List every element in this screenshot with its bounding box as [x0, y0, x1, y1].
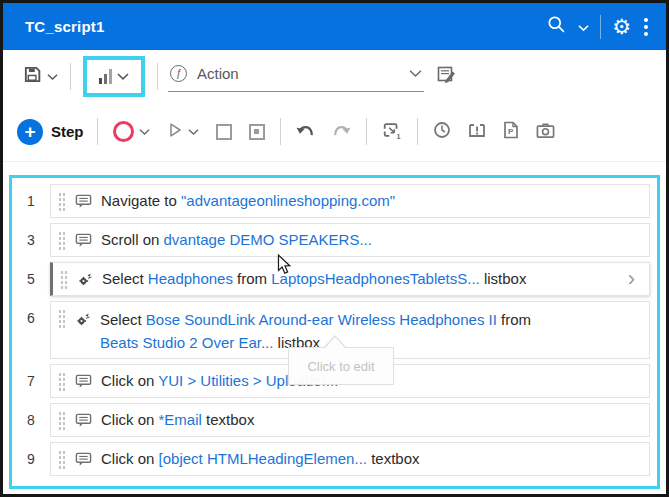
search-icon[interactable] [546, 14, 567, 39]
step-text-segment: Select [100, 311, 146, 328]
record-area-icon [249, 124, 265, 140]
step-box[interactable]: Select Headphones from LaptopsHeadphones… [50, 262, 650, 296]
step-text: Navigate to "advantageonlineshopping.com… [101, 190, 395, 213]
step-link[interactable]: [object HTMLHeadingElemen... [159, 450, 367, 467]
steps-list: 1Navigate to "advantageonlineshopping.co… [12, 184, 657, 476]
toolbar-separator [417, 118, 418, 145]
drag-handle-icon[interactable] [60, 270, 68, 289]
step-text-segment: from [497, 311, 531, 328]
stop-button[interactable] [214, 122, 234, 142]
add-step-label: Step [51, 123, 84, 140]
drag-handle-icon[interactable] [58, 231, 66, 250]
tooltip-text: Click to edit [307, 359, 374, 374]
add-step-button[interactable]: + Step [17, 119, 84, 145]
drag-handle-icon[interactable] [58, 450, 66, 469]
action-dropdown[interactable]: ƒ Action [168, 60, 424, 92]
step-text: Click on [object HTMLHeadingElemen... te… [101, 448, 420, 471]
results-button[interactable] [97, 67, 131, 86]
record-icon [113, 121, 134, 142]
step-text-segment: Select [102, 270, 148, 287]
step-row[interactable]: 3Scroll on dvantage DEMO SPEAKERS... [12, 223, 650, 257]
toolbar-separator [157, 63, 158, 90]
step-row[interactable]: 9Click on [object HTMLHeadingElemen... t… [12, 442, 650, 476]
step-row[interactable]: 5Select Headphones from LaptopsHeadphone… [12, 262, 650, 296]
search-chevron-down-icon[interactable] [578, 18, 589, 36]
step-box[interactable]: Click on *Email textbox [50, 403, 650, 437]
svg-text:P: P [508, 127, 514, 136]
drag-handle-icon[interactable] [58, 372, 66, 391]
edit-document-icon [436, 64, 457, 88]
object-icon[interactable] [75, 312, 91, 327]
wait-button[interactable] [431, 119, 453, 144]
step-row[interactable]: 8Click on *Email textbox [12, 403, 650, 437]
step-number: 3 [12, 223, 50, 257]
checkpoint-button[interactable] [466, 119, 488, 144]
bar-chart-icon [99, 69, 112, 84]
expand-chevron-icon[interactable]: › [628, 268, 639, 290]
clock-icon [433, 121, 451, 142]
step-text-segment: Scroll on [101, 231, 164, 248]
step-link[interactable]: "advantageonlineshopping.com" [181, 192, 395, 209]
step-number: 8 [12, 403, 50, 437]
save-button[interactable] [21, 63, 60, 89]
step-row[interactable]: 1Navigate to "advantageonlineshopping.co… [12, 184, 650, 218]
step-number: 7 [12, 364, 50, 398]
undo-icon [296, 123, 315, 141]
mouse-cursor-icon [277, 254, 291, 279]
script-title: TC_script1 [25, 18, 105, 35]
kebab-menu-icon[interactable] [642, 16, 650, 38]
camera-icon [536, 122, 555, 142]
toolbar-steps: + Step [3, 102, 666, 162]
comment-icon[interactable] [75, 412, 92, 428]
toolbar-separator [97, 118, 98, 145]
step-link[interactable]: Headphones [148, 270, 233, 287]
svg-text:1: 1 [396, 131, 400, 139]
report-page-icon: P [503, 121, 519, 142]
drag-handle-icon[interactable] [58, 192, 66, 211]
capture-object-button[interactable]: 1 [380, 119, 404, 145]
step-box[interactable]: Click on [object HTMLHeadingElemen... te… [50, 442, 650, 476]
drag-handle-icon[interactable] [58, 411, 66, 430]
step-number: 1 [12, 184, 50, 218]
stop-icon [216, 124, 232, 140]
step-box[interactable]: Navigate to "advantageonlineshopping.com… [50, 184, 650, 218]
run-chevron-down-icon [188, 124, 199, 139]
step-link[interactable]: LaptopsHeadphonesTabletsS... [271, 270, 479, 287]
steps-panel: 1Navigate to "advantageonlineshopping.co… [9, 175, 660, 489]
step-number: 6 [12, 301, 50, 359]
step-link[interactable]: *Email [159, 411, 202, 428]
step-text-segment: textbox [202, 411, 255, 428]
record-button[interactable] [111, 119, 152, 144]
checkpoint-icon [468, 121, 486, 142]
comment-icon[interactable] [75, 451, 92, 467]
toolbar-separator [280, 118, 281, 145]
edit-action-button[interactable] [434, 62, 459, 90]
undo-button[interactable] [294, 121, 317, 143]
step-link[interactable]: dvantage DEMO SPEAKERS... [164, 231, 372, 248]
comment-icon[interactable] [75, 232, 92, 248]
toolbar-separator [70, 63, 71, 90]
object-icon[interactable] [77, 272, 93, 287]
gear-icon[interactable]: ⚙ [612, 16, 631, 37]
drag-handle-icon[interactable] [58, 309, 66, 328]
step-number: 9 [12, 442, 50, 476]
comment-icon[interactable] [75, 373, 92, 389]
step-text-segment: from [233, 270, 271, 287]
step-number: 5 [12, 262, 50, 296]
action-chevron-down-icon [409, 64, 422, 82]
click-to-edit-tooltip: Click to edit [288, 347, 394, 385]
record-chevron-down-icon [139, 124, 150, 139]
screenshot-button[interactable] [534, 120, 557, 144]
step-link[interactable]: Bose SoundLink Around-ear Wireless Headp… [146, 311, 497, 328]
step-link[interactable]: Beats Studio 2 Over Ear... [100, 334, 273, 351]
redo-button[interactable] [330, 121, 353, 143]
step-box[interactable]: Scroll on dvantage DEMO SPEAKERS... [50, 223, 650, 257]
comment-icon[interactable] [75, 193, 92, 209]
toolbar-separator [366, 118, 367, 145]
title-bar: TC_script1 ⚙ [3, 3, 666, 50]
report-button[interactable]: P [501, 119, 521, 144]
run-button[interactable] [165, 120, 201, 143]
header-separator [600, 15, 601, 39]
record-area-button[interactable] [247, 122, 267, 142]
results-chevron-down-icon [117, 69, 129, 84]
